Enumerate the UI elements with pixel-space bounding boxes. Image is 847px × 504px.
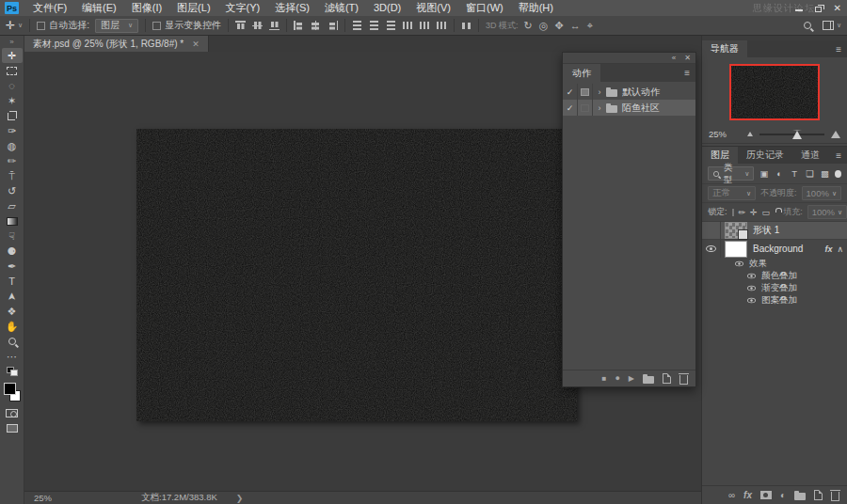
- align-bottom-icon[interactable]: [269, 21, 280, 30]
- move-tool[interactable]: ✛: [2, 48, 23, 63]
- minimize-icon[interactable]: [795, 9, 803, 11]
- play-icon[interactable]: ▶: [629, 375, 634, 383]
- action-set-row[interactable]: ✓ › 默认动作: [563, 84, 695, 100]
- canvas-image[interactable]: [136, 129, 577, 421]
- delete-layer-icon[interactable]: [831, 492, 839, 501]
- distribute-right-icon[interactable]: [437, 21, 447, 30]
- distribute-left-icon[interactable]: [403, 21, 413, 30]
- menu-select[interactable]: 选择(S): [267, 0, 317, 16]
- link-layers-icon[interactable]: ∞: [728, 491, 735, 500]
- smudge-tool[interactable]: ☟: [2, 228, 23, 244]
- collapse-panel-icon[interactable]: «: [672, 54, 676, 62]
- 3d-rotate-icon[interactable]: ↻: [524, 20, 533, 32]
- effect-row[interactable]: 颜色叠加: [702, 270, 847, 282]
- menu-3d[interactable]: 3D(D): [366, 0, 408, 16]
- fill-dropdown[interactable]: 100% ∨: [807, 205, 847, 219]
- tab-channels[interactable]: 通道: [792, 147, 828, 164]
- 3d-roll-icon[interactable]: ◎: [539, 20, 549, 32]
- zoom-tool[interactable]: [2, 334, 23, 349]
- filter-adjustment-layers-icon[interactable]: ◐: [775, 168, 785, 179]
- layer-name[interactable]: Background: [753, 244, 803, 254]
- dialog-toggle-icon[interactable]: [581, 104, 589, 112]
- layer-row-shape[interactable]: 形状 1: [702, 222, 847, 240]
- hand-tool[interactable]: ✋: [2, 319, 23, 334]
- distribute-vertical-center-icon[interactable]: [369, 21, 379, 30]
- action-check-icon[interactable]: ✓: [567, 103, 574, 113]
- lock-pixels-icon[interactable]: ✏: [739, 208, 746, 217]
- filter-pixel-layers-icon[interactable]: ▣: [759, 168, 769, 179]
- expand-arrow-icon[interactable]: ›: [593, 87, 606, 97]
- 3d-drag-icon[interactable]: ✥: [554, 20, 563, 32]
- slider-thumb[interactable]: [792, 130, 802, 139]
- actions-panel-menu-icon[interactable]: ≡: [684, 64, 695, 82]
- eye-icon[interactable]: [747, 298, 756, 304]
- menu-layer[interactable]: 图层(L): [169, 0, 217, 16]
- fx-badge[interactable]: fx: [824, 244, 832, 254]
- align-top-icon[interactable]: [235, 21, 246, 30]
- menu-view[interactable]: 视图(V): [408, 0, 458, 16]
- distribute-bottom-icon[interactable]: [386, 21, 396, 30]
- filter-smart-object-icon[interactable]: ▩: [820, 168, 830, 179]
- adjustment-layer-icon[interactable]: ◐: [780, 491, 786, 500]
- navigator-zoom-slider[interactable]: [759, 130, 824, 139]
- restore-icon[interactable]: [815, 7, 822, 12]
- dialog-toggle-icon[interactable]: [581, 88, 589, 96]
- layer-thumbnail[interactable]: [725, 222, 747, 239]
- delete-icon[interactable]: [679, 375, 688, 385]
- effect-row[interactable]: 渐变叠加: [702, 282, 847, 294]
- lock-artboard-icon[interactable]: ▭: [762, 208, 771, 217]
- show-transform-checkbox[interactable]: [152, 22, 161, 30]
- menu-filter[interactable]: 滤镜(T): [317, 0, 366, 16]
- zoom-out-icon[interactable]: [747, 132, 753, 136]
- blur-tool[interactable]: ⚈: [2, 244, 23, 259]
- search-icon[interactable]: [804, 22, 811, 29]
- menu-help[interactable]: 帮助(H): [511, 0, 561, 16]
- tab-history[interactable]: 历史记录: [738, 147, 792, 164]
- filter-type-layers-icon[interactable]: T: [790, 168, 800, 179]
- align-horizontal-center-icon[interactable]: [311, 21, 321, 30]
- effects-header-row[interactable]: 效果: [702, 258, 847, 270]
- document-tab[interactable]: 素材.psd @ 25% (形状 1, RGB/8#) * ✕: [24, 36, 209, 52]
- opacity-dropdown[interactable]: 100% ∨: [802, 186, 841, 200]
- filter-toggle-icon[interactable]: [835, 170, 841, 178]
- zoom-in-icon[interactable]: [831, 131, 840, 138]
- workspace-caret-icon[interactable]: ∨: [837, 22, 841, 29]
- distribute-top-icon[interactable]: [352, 21, 362, 30]
- menu-file[interactable]: 文件(F): [25, 0, 74, 16]
- screen-mode-button[interactable]: [2, 420, 23, 435]
- eraser-tool[interactable]: ▱: [2, 198, 23, 213]
- action-check-icon[interactable]: ✓: [567, 87, 574, 97]
- status-zoom-field[interactable]: 25%: [24, 493, 85, 503]
- add-mask-icon[interactable]: [760, 491, 772, 499]
- effect-row[interactable]: 图案叠加: [702, 294, 847, 307]
- history-brush-tool[interactable]: ↺: [2, 183, 23, 198]
- menu-edit[interactable]: 编辑(E): [74, 0, 124, 16]
- new-set-icon[interactable]: [643, 376, 654, 384]
- swap-colors-button[interactable]: [2, 364, 23, 379]
- path-select-tool[interactable]: ➤: [2, 289, 23, 304]
- eye-icon[interactable]: [747, 286, 756, 291]
- blend-mode-dropdown[interactable]: 正常 ∨: [708, 186, 756, 200]
- foreground-color-swatch[interactable]: [4, 383, 16, 395]
- stop-icon[interactable]: ■: [602, 375, 607, 383]
- actions-tab[interactable]: 动作: [563, 64, 600, 82]
- menu-type[interactable]: 文字(Y): [218, 0, 268, 16]
- layers-panel-menu-icon[interactable]: ≡: [836, 147, 847, 164]
- navigator-panel-menu-icon[interactable]: ≡: [836, 40, 847, 57]
- navigator-tab[interactable]: 导航器: [702, 40, 747, 57]
- clone-stamp-tool[interactable]: ⍑: [2, 168, 23, 183]
- layer-row-background[interactable]: Background fx ∧: [702, 240, 847, 258]
- 3d-scale-icon[interactable]: ⌖: [587, 20, 593, 32]
- action-set-row[interactable]: ✓ › 陌鱼社区: [563, 100, 695, 116]
- status-arrow-icon[interactable]: ❯: [236, 494, 244, 503]
- visibility-toggle[interactable]: [702, 240, 721, 258]
- layer-name[interactable]: 形状 1: [753, 224, 779, 237]
- new-action-icon[interactable]: [663, 373, 671, 384]
- edit-toolbar-button[interactable]: ⋯: [2, 349, 23, 364]
- visibility-toggle[interactable]: [702, 222, 721, 239]
- gradient-tool[interactable]: [2, 213, 23, 228]
- expand-arrow-icon[interactable]: ›: [593, 103, 606, 113]
- auto-select-dropdown[interactable]: 图层 ∨: [95, 19, 138, 33]
- layer-thumbnail[interactable]: [725, 241, 747, 258]
- align-right-icon[interactable]: [328, 21, 338, 30]
